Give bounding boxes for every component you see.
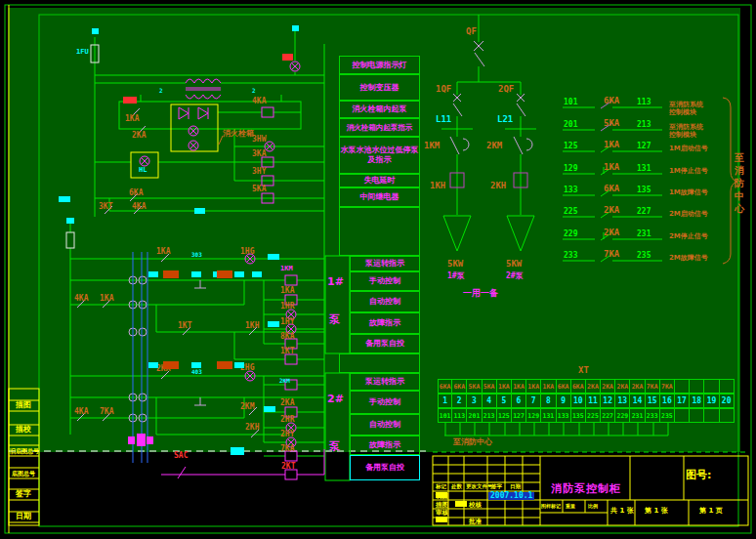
relay-label: 1KA xyxy=(604,141,619,149)
table-cell: 5KA xyxy=(467,379,482,394)
sheets-label: 共 1 张 xyxy=(610,508,634,515)
table-cell: 101 xyxy=(438,408,452,423)
schematic-label: SAC xyxy=(174,452,188,460)
grip-tag xyxy=(163,270,179,278)
table-cell: 8 xyxy=(541,394,556,408)
relay-label: 6KA xyxy=(604,97,619,105)
approve-label: 批准 xyxy=(469,518,482,525)
contact-symbols xyxy=(66,45,259,437)
grip-tag xyxy=(59,196,70,202)
legend-row: 手动控制 xyxy=(350,391,420,414)
schematic-label: 303 xyxy=(191,252,202,258)
schematic-label: 1KH xyxy=(245,322,259,330)
drawing-title: 消防泵控制柜 xyxy=(543,483,629,494)
schematic-label: 1KA xyxy=(125,115,139,123)
left-strip-label: 底图总号 xyxy=(12,471,35,477)
table-cell: 127 xyxy=(512,408,526,423)
rev-col: 标记 xyxy=(436,484,446,490)
table-cell: 1KA xyxy=(497,379,512,394)
terminal-no: 213 xyxy=(637,121,651,129)
terminal-no: 127 xyxy=(637,143,651,150)
grip-tag xyxy=(191,271,201,277)
schematic-label: 2KT xyxy=(281,463,295,471)
terminal-no: 201 xyxy=(564,121,577,129)
drawn-date: 2007.10.1 xyxy=(488,492,534,500)
signal-row: 1336KA1351M故障信号 xyxy=(562,187,756,210)
terminal-no: 235 xyxy=(637,252,651,260)
legend-row: 失电延时 xyxy=(339,174,420,187)
check-label: 校核 xyxy=(469,502,482,509)
grip-tag xyxy=(148,271,158,277)
relay-label: 2KA xyxy=(604,206,619,215)
grip-tag xyxy=(455,501,467,507)
signal-row: 1251KA1271M启动信号 xyxy=(562,143,756,166)
legend-row: 消火栓箱内起泵 xyxy=(339,101,420,118)
table-cell xyxy=(704,408,719,423)
audit-label: 审核 xyxy=(436,510,448,517)
schematic-label: 2KA xyxy=(132,132,146,140)
signal-desc: 2M停止信号 xyxy=(669,232,708,240)
schematic-label: 4KA xyxy=(132,203,146,211)
signal-row: 1291KA1311M停止信号 xyxy=(562,165,756,188)
table-cell: 125 xyxy=(497,408,512,423)
table-cell: 1KA xyxy=(526,379,541,394)
grip-tag xyxy=(123,97,137,104)
schematic-label: 1FU xyxy=(76,49,89,56)
relay-label: 5KA xyxy=(604,119,619,128)
rev-col: 更改文件号 xyxy=(466,484,493,490)
schematic-label: 2 xyxy=(252,88,256,94)
relay-label: 2KA xyxy=(604,228,619,237)
xt-title: XT xyxy=(578,366,589,375)
table-cell: 19 xyxy=(704,394,719,408)
legend-row-empty xyxy=(339,353,420,373)
terminal-no: 129 xyxy=(564,165,577,173)
rev-col: 处数 xyxy=(451,484,462,490)
signal-desc: 2M启动信号 xyxy=(669,210,708,218)
table-cell: 213 xyxy=(483,408,497,423)
schematic-label: 5KW xyxy=(447,260,463,269)
signal-desc: 1M停止信号 xyxy=(669,167,708,175)
schematic-label: 2#泵 xyxy=(506,272,524,280)
xt-num-row: 1234567891011121314151617181920 xyxy=(438,394,735,408)
grip-tag xyxy=(252,271,262,277)
grip-tag xyxy=(234,271,244,277)
schematic-label: 4KA xyxy=(74,295,88,303)
schematic-label: 2 xyxy=(159,88,163,94)
schematic-label: 一用一备 xyxy=(463,289,498,298)
table-cell: 133 xyxy=(557,408,571,423)
legend-row: 手动控制 xyxy=(350,271,420,291)
table-cell: 9 xyxy=(557,394,571,408)
schematic-label: 403 xyxy=(191,369,202,375)
left-strip-label: 日期 xyxy=(16,513,31,520)
legend-row: 自动控制 xyxy=(350,414,420,435)
schematic-label: 1QF xyxy=(436,85,451,94)
schematic-label: 1KM xyxy=(424,142,440,150)
table-cell: 15 xyxy=(646,394,660,408)
grip-tag xyxy=(436,517,447,522)
schematic-label: 1KT xyxy=(178,322,191,330)
table-cell: 7KA xyxy=(646,379,660,394)
grip-tag xyxy=(268,321,279,327)
table-cell xyxy=(720,379,735,394)
table-cell: 6KA xyxy=(452,379,467,394)
table-cell: 6KA xyxy=(438,379,452,394)
left-strip-label: 描图 xyxy=(16,401,31,409)
terminal-no: 231 xyxy=(637,230,651,238)
table-cell: 129 xyxy=(526,408,541,423)
left-strip-label: 描校 xyxy=(16,426,31,434)
schematic-label: 3KT xyxy=(99,203,112,211)
table-cell: 6 xyxy=(512,394,526,408)
table-cell: 113 xyxy=(452,408,467,423)
table-cell: 20 xyxy=(720,394,735,408)
grip-tag xyxy=(92,28,99,34)
table-cell: 1KA xyxy=(541,379,556,394)
schematic-label: 1HR xyxy=(280,303,294,311)
table-cell: 2KA xyxy=(615,379,630,394)
table-cell: 10 xyxy=(571,394,586,408)
terminal-no: 225 xyxy=(564,208,577,216)
schematic-label: 1KA xyxy=(280,287,294,295)
relay-label: 6KA xyxy=(604,185,619,193)
schematic-label: 1#泵 xyxy=(447,272,465,280)
sld-switch-symbols xyxy=(450,41,532,187)
table-cell: 7KA xyxy=(660,379,675,394)
